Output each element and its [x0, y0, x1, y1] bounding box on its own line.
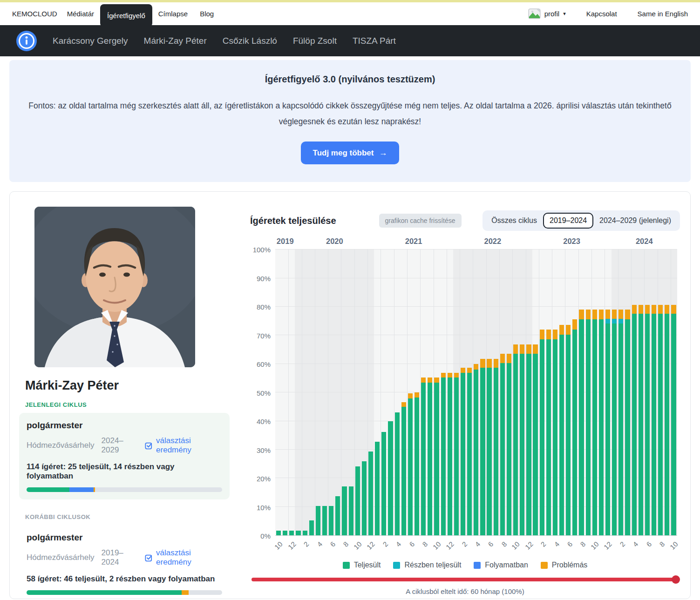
profile-menu[interactable]: profil ▾: [528, 8, 566, 19]
stacked-bar[interactable]: [599, 249, 604, 535]
topnav-item-language[interactable]: Same in English: [638, 10, 688, 18]
bar-cell: [466, 249, 473, 535]
stacked-bar[interactable]: [553, 249, 557, 535]
stacked-bar[interactable]: [401, 249, 406, 535]
stacked-bar[interactable]: [309, 249, 314, 535]
stacked-bar[interactable]: [592, 249, 597, 535]
stacked-bar[interactable]: [276, 249, 281, 535]
stacked-bar[interactable]: [474, 249, 478, 535]
stacked-bar[interactable]: [625, 249, 630, 535]
time-slider[interactable]: [251, 578, 679, 581]
city-label: Hódmezővásárhely: [27, 441, 95, 450]
stacked-bar[interactable]: [546, 249, 551, 535]
stacked-bar[interactable]: [645, 249, 650, 535]
stacked-bar[interactable]: [322, 249, 327, 535]
stacked-bar[interactable]: [428, 249, 432, 535]
bar-cell: [401, 249, 407, 535]
stacked-bar[interactable]: [454, 249, 459, 535]
stacked-bar[interactable]: [283, 249, 287, 535]
bar-cell: [506, 249, 512, 535]
subnav-item[interactable]: Fülöp Zsolt: [293, 36, 337, 46]
stacked-bar[interactable]: [415, 249, 419, 535]
subnav-item[interactable]: Karácsony Gergely: [53, 36, 128, 46]
stacked-bar[interactable]: [632, 249, 637, 535]
stacked-bar[interactable]: [665, 249, 669, 535]
cycle-tabs: Összes ciklus2019–20242024–2029 (jelenle…: [483, 210, 680, 231]
cache-refresh-button[interactable]: grafikon cache frissítése: [379, 214, 462, 228]
stacked-bar[interactable]: [480, 249, 485, 535]
stacked-bar[interactable]: [467, 249, 472, 535]
stacked-bar[interactable]: [639, 249, 643, 535]
subnav-item[interactable]: Márki-Zay Péter: [144, 36, 207, 46]
topnav-item[interactable]: Ígéretfigyelő: [100, 4, 152, 27]
stacked-bar[interactable]: [586, 249, 591, 535]
stacked-bar[interactable]: [494, 249, 498, 535]
stacked-bar[interactable]: [513, 249, 518, 535]
stacked-bar[interactable]: [395, 249, 400, 535]
stacked-bar[interactable]: [461, 249, 465, 535]
stacked-bar[interactable]: [441, 249, 446, 535]
stacked-bar[interactable]: [289, 249, 294, 535]
stacked-bar[interactable]: [349, 249, 353, 535]
stacked-bar[interactable]: [316, 249, 320, 535]
stacked-bar[interactable]: [652, 249, 656, 535]
stacked-bar[interactable]: [559, 249, 564, 535]
bar-segment: [671, 314, 676, 535]
topnav-item[interactable]: Címlapse: [152, 2, 194, 25]
stacked-bar[interactable]: [612, 249, 617, 535]
stacked-bar[interactable]: [368, 249, 373, 535]
stacked-bar[interactable]: [605, 249, 610, 535]
stacked-bar[interactable]: [520, 249, 524, 535]
subnav-item[interactable]: Csőzik László: [223, 36, 277, 46]
stacked-bar[interactable]: [335, 249, 340, 535]
stacked-bar[interactable]: [540, 249, 544, 535]
stacked-bar[interactable]: [671, 249, 676, 535]
stacked-bar[interactable]: [507, 249, 511, 535]
y-tick-label: 60%: [257, 360, 271, 368]
stacked-bar[interactable]: [362, 249, 367, 535]
stacked-bar[interactable]: [421, 249, 426, 535]
bar-segment: [415, 392, 419, 397]
brand[interactable]: KEMOCLOUD: [12, 10, 57, 18]
slider-thumb[interactable]: [672, 575, 680, 584]
x-tick: 2: [539, 536, 545, 559]
stacked-bar[interactable]: [566, 249, 571, 535]
stacked-bar[interactable]: [658, 249, 663, 535]
subnav-item[interactable]: TISZA Párt: [353, 36, 396, 46]
stacked-bar[interactable]: [434, 249, 439, 535]
stacked-bar[interactable]: [533, 249, 537, 535]
stacked-bar[interactable]: [329, 249, 333, 535]
election-result-link[interactable]: választási eredmény: [145, 436, 222, 455]
learn-more-button[interactable]: Tudj meg többet →: [301, 142, 400, 164]
cycle-tab[interactable]: 2024–2029 (jelenlegi): [593, 213, 677, 229]
topnav-item[interactable]: Blog: [194, 2, 220, 25]
stacked-bar[interactable]: [572, 249, 577, 535]
stacked-bar[interactable]: [500, 249, 505, 535]
stacked-bar[interactable]: [579, 249, 584, 535]
info-icon[interactable]: [16, 30, 37, 52]
politician-navbar: Karácsony GergelyMárki-Zay PéterCsőzik L…: [0, 25, 700, 56]
cycle-tab[interactable]: 2019–2024: [543, 213, 593, 229]
election-result-link[interactable]: választási eredmény: [145, 548, 222, 567]
cycle-tab[interactable]: Összes ciklus: [485, 213, 543, 229]
x-tick: [401, 536, 407, 559]
stacked-bar[interactable]: [526, 249, 531, 535]
stacked-bar[interactable]: [618, 249, 623, 535]
stacked-bar[interactable]: [355, 249, 360, 535]
bar-segment: [553, 330, 557, 339]
stacked-bar[interactable]: [303, 249, 307, 535]
x-tick: [624, 536, 631, 559]
stacked-bar[interactable]: [342, 249, 347, 535]
topnav-item-contact[interactable]: Kapcsolat: [586, 10, 617, 18]
topnav-item[interactable]: Médiatár: [61, 2, 100, 25]
stacked-bar[interactable]: [448, 249, 452, 535]
stacked-bar[interactable]: [388, 249, 393, 535]
stacked-bar[interactable]: [381, 249, 386, 535]
slider-track[interactable]: [251, 578, 679, 581]
bar-segment: [480, 359, 485, 368]
stacked-bar[interactable]: [375, 249, 380, 535]
stacked-bar[interactable]: [408, 249, 413, 535]
stacked-bar[interactable]: [487, 249, 491, 535]
stacked-bar[interactable]: [296, 249, 300, 535]
bar-segment: [540, 339, 544, 535]
